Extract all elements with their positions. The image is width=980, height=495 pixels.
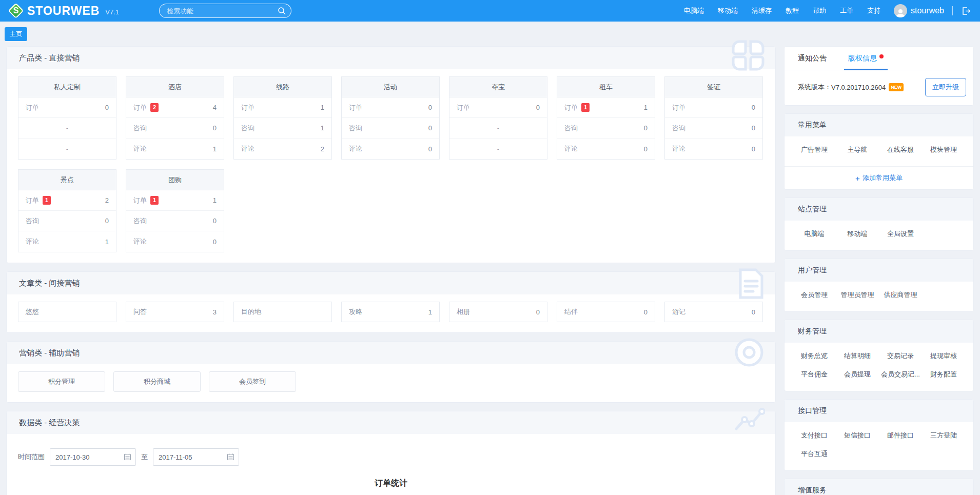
product-card-title[interactable]: 活动 — [342, 77, 439, 97]
menu-item-online-service[interactable]: 在线客服 — [879, 141, 922, 159]
common-menu-grid: 广告管理 主导航 在线客服 模块管理 — [785, 136, 973, 166]
nav-link-mobile[interactable]: 移动端 — [718, 6, 738, 15]
menu-item-sms-api[interactable]: 短信接口 — [836, 426, 879, 445]
finance-manage-grid: 财务总览 结算明细 交易记录 提现审核 平台佣金 会员提现 会员交易记... 财… — [785, 343, 973, 391]
order-row[interactable]: 订单 0 — [18, 97, 116, 118]
consult-row[interactable]: 咨询 0 — [126, 118, 224, 138]
tab-home[interactable]: 主页 — [5, 27, 27, 41]
menu-item-supplier-manage[interactable]: 供应商管理 — [879, 286, 922, 304]
product-card-title[interactable]: 签证 — [665, 77, 762, 97]
date-to-input[interactable] — [153, 448, 239, 466]
menu-item-platform-commission[interactable]: 平台佣金 — [793, 365, 836, 384]
article-item-youyou[interactable]: 悠悠 — [18, 302, 116, 322]
search-icon[interactable] — [278, 7, 286, 15]
article-item-travelnotes[interactable]: 游记0 — [664, 302, 763, 322]
comment-row[interactable]: 评论 1 — [126, 138, 224, 159]
comment-row[interactable]: 评论 0 — [665, 138, 762, 159]
menu-item-platform-interop[interactable]: 平台互通 — [793, 445, 836, 463]
comment-row[interactable]: 评论 0 — [342, 138, 439, 159]
order-row[interactable]: 订单2 4 — [126, 97, 224, 118]
menu-item-mobile-site[interactable]: 移动端 — [836, 225, 879, 243]
article-item-companion[interactable]: 结伴0 — [557, 302, 655, 322]
article-panel: 文章类 - 间接营销 悠悠 问答3 目的地 攻略1 — [6, 271, 776, 333]
product-card-title[interactable]: 景点 — [18, 170, 116, 190]
product-card-title[interactable]: 酒店 — [126, 77, 224, 97]
menu-item-email-api[interactable]: 邮件接口 — [879, 426, 922, 445]
order-row[interactable]: 订单 0 — [665, 97, 762, 118]
menu-item-member-transaction[interactable]: 会员交易记... — [879, 365, 922, 384]
consult-row[interactable]: 咨询 0 — [557, 118, 655, 138]
nav-link-tutorial[interactable]: 教程 — [786, 6, 799, 15]
order-row[interactable]: 订单 1 — [234, 97, 331, 118]
site-manage-header: 站点管理 — [785, 198, 973, 221]
new-order-badge: 1 — [43, 196, 51, 205]
article-item-guide[interactable]: 攻略1 — [341, 302, 440, 322]
product-card-title[interactable]: 团购 — [126, 170, 224, 190]
menu-item-admin-manage[interactable]: 管理员管理 — [836, 286, 879, 304]
consult-row[interactable]: 咨询 1 — [234, 118, 331, 138]
date-from-input[interactable] — [50, 448, 136, 466]
nav-link-ticket[interactable]: 工单 — [840, 6, 853, 15]
menu-item-main-nav[interactable]: 主导航 — [836, 141, 879, 159]
comment-row[interactable]: 评论 0 — [126, 231, 224, 252]
menu-item-settlement-detail[interactable]: 结算明细 — [836, 347, 879, 365]
version-value: V7.0.201710.2604 — [831, 84, 886, 91]
calendar-icon[interactable] — [124, 453, 131, 461]
nav-link-help[interactable]: 帮助 — [813, 6, 826, 15]
date-range-row: 时间范围 至 — [18, 448, 764, 466]
product-card-title[interactable]: 租车 — [557, 77, 655, 97]
consult-row[interactable]: 咨询 0 — [126, 211, 224, 231]
comment-row[interactable]: 评论 1 — [18, 231, 116, 252]
site-manage-grid: 电脑端 移动端 全局设置 — [785, 221, 973, 250]
member-signin-button[interactable]: 会员签到 — [209, 371, 296, 392]
menu-item-member-withdraw[interactable]: 会员提现 — [836, 365, 879, 384]
comment-row[interactable]: 评论 0 — [557, 138, 655, 159]
chart-title: 订单统计 — [18, 478, 764, 489]
menu-item-ad-manage[interactable]: 广告管理 — [793, 141, 836, 159]
tab-copyright[interactable]: 版权信息 — [848, 47, 884, 70]
consult-row[interactable]: 咨询 0 — [665, 118, 762, 138]
user-menu[interactable]: stourweb — [894, 4, 944, 17]
points-manage-button[interactable]: 积分管理 — [18, 371, 105, 392]
points-mall-button[interactable]: 积分商城 — [113, 371, 201, 392]
order-row[interactable]: 订单1 2 — [18, 190, 116, 211]
menu-item-transaction-record[interactable]: 交易记录 — [879, 347, 922, 365]
new-order-badge: 1 — [581, 103, 590, 112]
stourweb-gem-icon: S — [9, 4, 23, 17]
order-row[interactable]: 订单 0 — [342, 97, 439, 118]
right-sidebar: 通知公告 版权信息 系统版本： V7.0.201710.2604 NEW 立即升… — [784, 46, 974, 495]
menu-item-module-manage[interactable]: 模块管理 — [922, 141, 965, 159]
nav-link-clear-cache[interactable]: 清缓存 — [752, 6, 772, 15]
article-item-destination[interactable]: 目的地 — [233, 302, 332, 322]
product-card-title[interactable]: 私人定制 — [18, 77, 116, 97]
logout-icon[interactable] — [961, 6, 971, 16]
finance-manage-card: 财务管理 财务总览 结算明细 交易记录 提现审核 平台佣金 会员提现 会员交易记… — [784, 320, 974, 391]
nav-link-pc[interactable]: 电脑端 — [684, 6, 704, 15]
consult-row[interactable]: 咨询 0 — [342, 118, 439, 138]
product-card-title[interactable]: 夺宝 — [449, 77, 547, 97]
tab-notice[interactable]: 通知公告 — [798, 47, 827, 70]
menu-item-pc-site[interactable]: 电脑端 — [793, 225, 836, 243]
upgrade-button[interactable]: 立即升级 — [925, 78, 966, 96]
comment-row[interactable]: 评论 2 — [234, 138, 331, 159]
article-item-album[interactable]: 相册0 — [449, 302, 547, 322]
calendar-icon[interactable] — [227, 453, 234, 461]
order-row[interactable]: 订单1 1 — [557, 97, 655, 118]
search-input[interactable] — [159, 4, 291, 18]
menu-item-withdraw-review[interactable]: 提现审核 — [922, 347, 965, 365]
menu-item-finance-overview[interactable]: 财务总览 — [793, 347, 836, 365]
product-card-title[interactable]: 线路 — [234, 77, 331, 97]
order-row[interactable]: 订单 0 — [449, 97, 547, 118]
menu-item-member-manage[interactable]: 会员管理 — [793, 286, 836, 304]
menu-item-global-settings[interactable]: 全局设置 — [879, 225, 922, 243]
version-row: 系统版本： V7.0.201710.2604 NEW 立即升级 — [785, 70, 973, 105]
menu-item-finance-config[interactable]: 财务配置 — [922, 365, 965, 384]
consult-row[interactable]: 咨询 0 — [18, 211, 116, 231]
menu-item-payment-api[interactable]: 支付接口 — [793, 426, 836, 445]
brand-logo[interactable]: S STOURWEB V7.1 — [9, 4, 119, 18]
nav-link-support[interactable]: 支持 — [867, 6, 880, 15]
order-row[interactable]: 订单1 1 — [126, 190, 224, 211]
menu-item-thirdparty-login[interactable]: 三方登陆 — [922, 426, 965, 445]
article-item-qa[interactable]: 问答3 — [126, 302, 224, 322]
add-common-menu[interactable]: + 添加常用菜单 — [785, 166, 973, 189]
